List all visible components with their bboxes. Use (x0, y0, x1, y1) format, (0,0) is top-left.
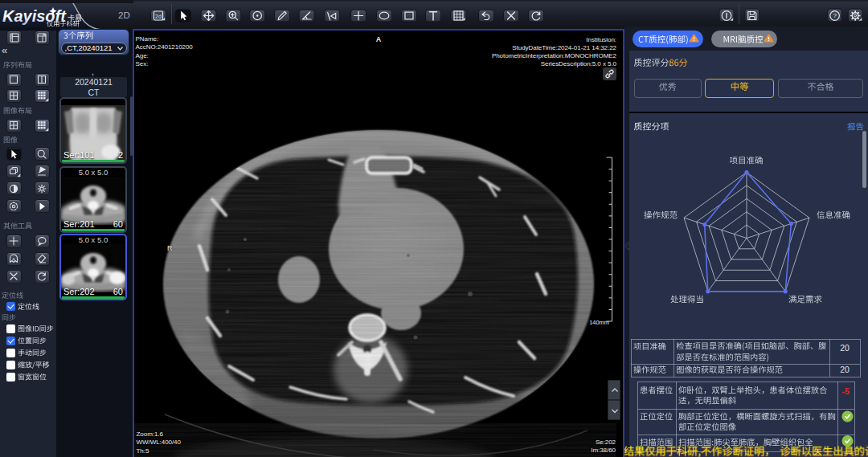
svg-text:?: ? (833, 12, 837, 19)
svg-text:2D: 2D (118, 10, 130, 20)
svg-text:A: A (12, 257, 15, 262)
svg-text:2d: 2d (155, 14, 162, 19)
